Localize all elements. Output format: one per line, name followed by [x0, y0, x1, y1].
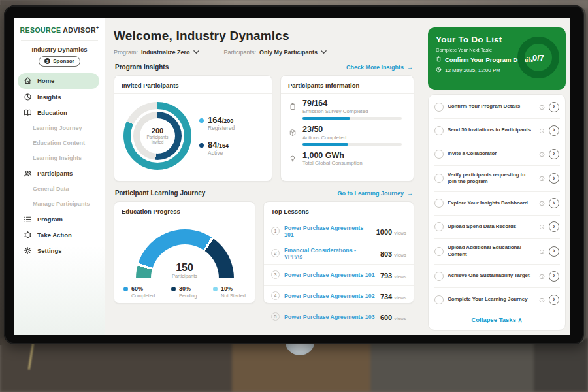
todo-tasks-card: Confirm Your Program Details › Send 50 I… — [428, 94, 566, 331]
todo-progress-count: 0/7 — [532, 53, 544, 63]
sidebar-item-education[interactable]: Education — [14, 105, 105, 121]
clock-icon — [539, 148, 545, 160]
sidebar-item-home[interactable]: Home — [18, 73, 99, 89]
sidebar-item-insights[interactable]: Insights — [14, 90, 105, 105]
task-row: Achieve One Sustainability Target › — [434, 264, 560, 287]
legend-pending: 30% Pending — [171, 286, 197, 299]
cube-icon — [289, 125, 297, 146]
sidebar-item-program[interactable]: Program — [14, 212, 105, 227]
participants-filter-dropdown[interactable]: Participants: Only My Participants — [224, 49, 327, 56]
top-lessons-card: Top Lessons 1 Power Purchase Agreements … — [263, 201, 414, 304]
actions-completed-stat: 23/50 Actions Completed — [289, 125, 406, 146]
program-insights-title: Program Insights — [115, 63, 169, 71]
task-chevron-button[interactable]: › — [549, 295, 559, 305]
arrow-right-icon: → — [407, 190, 413, 197]
actions-progress-bar — [302, 143, 402, 146]
clock-icon — [539, 125, 545, 137]
lesson-link[interactable]: Power Purchase Agreements 102 — [284, 293, 376, 299]
invited-card-title: Invited Participants — [114, 76, 272, 94]
todo-progress-ring: 0/7 — [517, 37, 559, 78]
chevron-down-icon — [321, 49, 327, 56]
sidebar-item-education-content[interactable]: Education Content — [14, 136, 105, 151]
consumption-stat: 1,000 GWh Total Global Consumption — [289, 152, 406, 169]
program-filter-dropdown[interactable]: Program: Industrialize Zero — [114, 49, 199, 56]
lesson-link[interactable]: Power Purchase Agreements 103 — [284, 314, 376, 320]
donut-center-value: 200 — [152, 127, 163, 135]
completed-dot-icon — [123, 287, 128, 291]
lesson-link[interactable]: Power Purchase Agreements 101 — [284, 272, 376, 278]
task-row: Send 50 Invitations to Participants › — [434, 118, 560, 142]
sidebar-item-general-data[interactable]: General Data — [14, 182, 105, 197]
collapse-tasks-link[interactable]: Collapse Tasks ∧ — [434, 311, 560, 329]
sidebar-item-take-action[interactable]: Take Action — [14, 227, 105, 243]
emission-survey-stat: 79/164 Emission Survey Completed — [289, 99, 406, 120]
filter-bar: Program: Industrialize Zero Participants… — [114, 49, 414, 56]
clock-icon — [539, 101, 545, 113]
task-chevron-button[interactable]: › — [549, 149, 559, 159]
lesson-row: 4 Power Purchase Agreements 102 734views — [264, 286, 414, 306]
sidebar-item-settings[interactable]: Settings — [14, 243, 105, 259]
task-row: Invite a Collaborator › — [434, 142, 560, 165]
logo-advisor: ADVISOR — [63, 26, 96, 34]
task-checkbox[interactable] — [434, 272, 444, 281]
lesson-row: 2 Financial Considerations - VPPAs 803vi… — [264, 242, 414, 265]
task-checkbox[interactable] — [434, 150, 444, 159]
task-checkbox[interactable] — [434, 199, 444, 208]
invited-donut-chart: 200 Participants Invited — [123, 102, 191, 170]
legend-active: 84/164 Active — [199, 140, 235, 156]
task-checkbox[interactable] — [434, 222, 444, 231]
clock-icon — [539, 221, 545, 233]
logo-resource: RESOURCE — [20, 26, 61, 34]
task-row: Explore Your Insights Dashboard › — [434, 191, 560, 215]
sponsor-label: Sponsor — [53, 58, 74, 64]
gear-icon — [23, 246, 32, 255]
people-icon — [23, 169, 32, 178]
lessons-card-title: Top Lessons — [264, 202, 414, 220]
learning-journey-header: Participant Learning Journey Go to Learn… — [115, 189, 413, 197]
task-chevron-button[interactable]: › — [549, 198, 559, 208]
main-content: Welcome, Industry Dynamics Program: Indu… — [105, 18, 422, 335]
task-chevron-button[interactable]: › — [549, 221, 559, 232]
not-started-dot-icon — [213, 287, 218, 291]
task-chevron-button[interactable]: › — [549, 271, 559, 282]
sidebar-item-learning-journey[interactable]: Learning Journey — [14, 121, 105, 136]
clipboard-icon — [436, 56, 442, 63]
collapse-caret-icon: ∧ — [518, 316, 523, 323]
legend-completed: 60% Completed — [123, 286, 155, 299]
take-action-icon — [23, 231, 32, 240]
task-checkbox[interactable] — [434, 247, 444, 256]
task-checkbox[interactable] — [434, 174, 444, 183]
check-more-insights-link[interactable]: Check More Insights → — [346, 64, 413, 71]
todo-hero-card: Your To Do List Complete Your Next Task:… — [428, 27, 566, 90]
task-checkbox[interactable] — [434, 103, 444, 112]
sidebar-item-participants[interactable]: Participants — [14, 166, 105, 182]
lesson-link[interactable]: Power Purchase Agreements 101 — [284, 225, 372, 238]
program-insights-header: Program Insights Check More Insights → — [115, 63, 413, 71]
divider — [21, 40, 98, 41]
task-checkbox[interactable] — [434, 295, 444, 304]
org-name: Industry Dynamics — [14, 46, 105, 53]
education-progress-card: Education Progress 150 Participants — [114, 201, 255, 304]
page-title: Welcome, Industry Dynamics — [114, 29, 414, 43]
sidebar-item-learning-insights[interactable]: Learning Insights — [14, 151, 105, 166]
legend-registered: 164/200 Registered — [199, 116, 235, 131]
education-gauge-chart: 150 Participants — [136, 229, 234, 279]
lesson-link[interactable]: Financial Considerations - VPPAs — [284, 247, 376, 260]
task-chevron-button[interactable]: › — [549, 173, 559, 184]
bulb-icon — [289, 152, 297, 169]
sponsor-badge: $ Sponsor — [39, 56, 80, 67]
go-to-learning-journey-link[interactable]: Go to Learning Journey → — [337, 190, 413, 197]
pending-dot-icon — [171, 287, 176, 291]
learning-journey-title: Participant Learning Journey — [115, 189, 205, 197]
sidebar-item-manage-participants[interactable]: Manage Participants — [14, 197, 105, 212]
clipboard-icon — [289, 99, 297, 120]
task-chevron-button[interactable]: › — [549, 102, 559, 112]
emission-progress-bar — [302, 117, 402, 120]
task-chevron-button[interactable]: › — [549, 246, 559, 257]
brand-logo[interactable]: RESOURCE ADVISOR+ — [14, 25, 105, 34]
rank-badge: 1 — [271, 227, 280, 235]
task-checkbox[interactable] — [434, 126, 444, 135]
lesson-row: 5 Power Purchase Agreements 103 600views — [264, 306, 414, 327]
clock-icon — [539, 197, 545, 209]
task-chevron-button[interactable]: › — [549, 125, 559, 136]
